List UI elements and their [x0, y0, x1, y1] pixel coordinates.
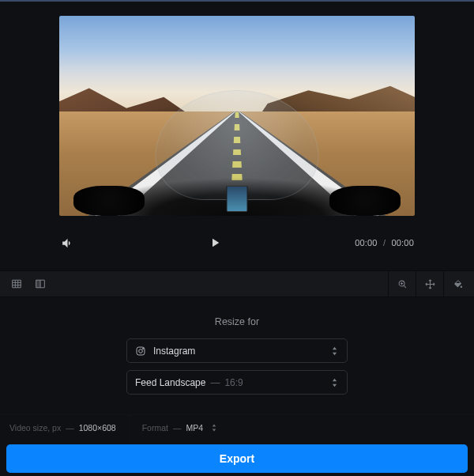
svg-rect-7 — [36, 280, 40, 287]
move-icon[interactable] — [418, 272, 442, 296]
instagram-icon — [135, 345, 147, 357]
format-sep: — — [173, 423, 182, 433]
split-view-icon[interactable] — [28, 272, 52, 296]
zoom-icon[interactable] — [390, 272, 414, 296]
preset-label: Feed Landscape — [135, 377, 205, 388]
time-separator: / — [383, 238, 386, 247]
stepper-icon — [331, 377, 340, 388]
svg-point-15 — [142, 348, 143, 349]
resize-panel: Resize for Instagram Feed Landscape — 16… — [0, 297, 474, 414]
platform-label: Instagram — [153, 346, 195, 357]
play-button[interactable] — [208, 236, 222, 250]
export-button[interactable]: Export — [6, 444, 468, 473]
svg-rect-0 — [13, 280, 21, 287]
export-label: Export — [220, 452, 254, 465]
video-preview[interactable] — [59, 16, 415, 216]
svg-line-9 — [404, 285, 406, 288]
preset-select[interactable]: Feed Landscape — 16:9 — [126, 370, 348, 395]
panel-title: Resize for — [0, 316, 474, 327]
current-time: 00:00 — [355, 238, 378, 247]
stepper-icon — [331, 346, 340, 357]
paint-bucket-icon[interactable] — [446, 272, 469, 296]
time-display: 00:00 / 00:00 — [355, 238, 414, 247]
meta-divider — [129, 415, 130, 440]
meta-bar: Video size, px — 1080×608 Format — MP4 — [0, 414, 474, 440]
svg-point-14 — [139, 349, 143, 353]
video-size-label: Video size, px — [9, 423, 61, 433]
video-size-sep: — — [66, 423, 74, 433]
player-controls: 00:00 / 00:00 — [0, 216, 474, 257]
toolbar — [0, 270, 474, 297]
format-stepper[interactable] — [211, 423, 219, 433]
volume-icon[interactable] — [60, 236, 74, 250]
preview-area: 00:00 / 00:00 — [0, 2, 474, 270]
svg-point-12 — [460, 285, 462, 288]
total-time: 00:00 — [391, 238, 414, 247]
preset-ratio-prefix: — — [210, 377, 220, 388]
format-label: Format — [142, 423, 168, 433]
grid-icon[interactable] — [5, 272, 28, 296]
video-size-value: 1080×608 — [79, 423, 116, 433]
preset-ratio: 16:9 — [224, 377, 243, 388]
platform-select[interactable]: Instagram — [126, 338, 348, 363]
format-value: MP4 — [186, 423, 203, 433]
